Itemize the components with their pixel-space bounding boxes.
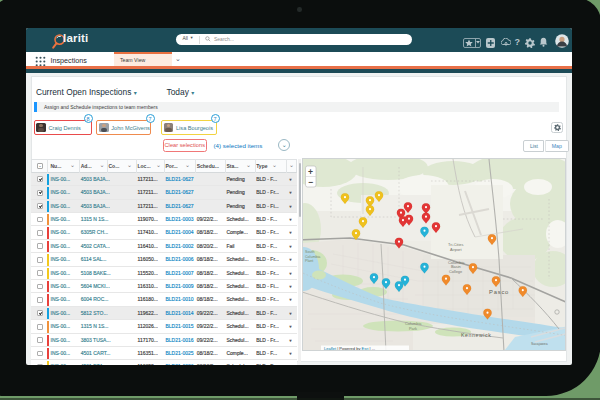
svg-text:Leaflet | Powered by Esri | ..: Leaflet | Powered by Esri | ... (324, 346, 375, 351)
svg-text:+: + (308, 166, 313, 176)
svg-text:South: South (305, 250, 314, 254)
svg-text:Park: Park (409, 325, 417, 330)
svg-text:−: − (308, 176, 313, 186)
svg-text:Plant: Plant (305, 259, 313, 263)
svg-text:Kennewick: Kennewick (461, 332, 492, 338)
svg-text:Columbia: Columbia (305, 254, 320, 258)
svg-text:College: College (449, 268, 462, 273)
svg-text:Sacajawea: Sacajawea (531, 342, 548, 346)
svg-text:Airport: Airport (450, 246, 462, 251)
svg-text:Pasco: Pasco (489, 289, 509, 295)
